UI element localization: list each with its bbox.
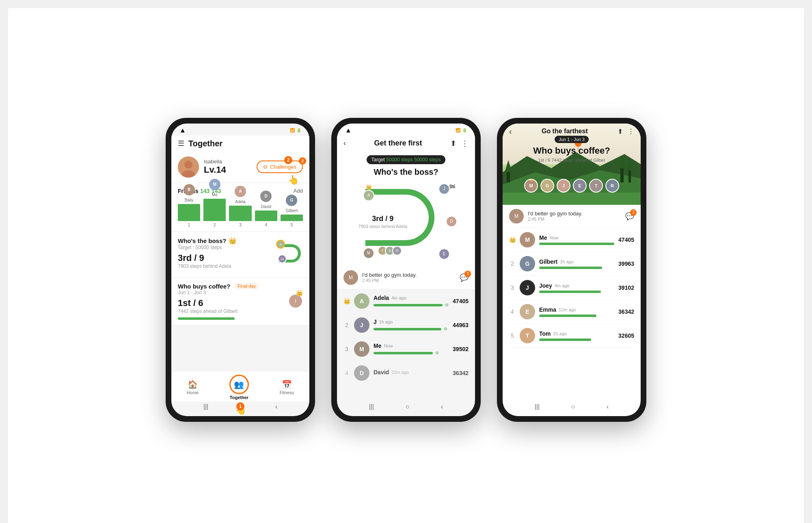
david-rank: 4 [265, 223, 267, 227]
lb-avatar-david-2: D [354, 365, 369, 381]
lp-avatar-6: R [605, 179, 619, 193]
sys-home-2[interactable]: ○ [406, 403, 410, 410]
nav-together[interactable]: 👥 Together [229, 375, 249, 400]
settings-icon-adela: ⚙ [445, 303, 449, 307]
lb-time-gilbert-3: 1h ago [560, 259, 574, 264]
lb-avatar-j: J [354, 317, 369, 333]
lb-item-david-2: 4 D David 22m ago 36342 [343, 361, 469, 385]
lb-info-me-2: Me Now ⚙ [374, 343, 449, 355]
sys-menu-2[interactable]: ||| [369, 403, 374, 410]
lb-steps-gilbert-3: 39963 [618, 260, 634, 267]
lb-info-j: J 1h ago ⚙ [374, 319, 449, 331]
challenge-1-detail: 7903 steps behind Adela [178, 263, 237, 269]
lb-info-adela: Adela 4m ago ⚙ [374, 295, 449, 307]
mini-track-me-avatar: M [278, 254, 287, 263]
lb-rank-tom: 5 [509, 332, 516, 339]
challenge-card-1[interactable]: Who's the boss? 👑 Target : 50000 steps 3… [171, 232, 309, 277]
phone-1-screen: ▲ 📶 🔋 ☰ Together [171, 124, 309, 416]
gilbert-name: Gilbert [286, 208, 298, 213]
target-badge: Target 50000 steps 50000 steps [367, 155, 446, 164]
challenge-1-name: Who's the boss? [178, 237, 226, 244]
me-name: Me [212, 193, 218, 197]
lb-rank-emma: 4 [509, 308, 516, 315]
crown-icon-1: 👑 [229, 237, 237, 245]
lb-avatar-emma-3: E [520, 304, 535, 319]
share-icon-2[interactable]: ⬆ [450, 139, 456, 148]
bar-item-gilbert: G Gilbert 5 [281, 195, 303, 227]
lb-bar-row-adela: ⚙ [374, 303, 449, 307]
chat-icon-2[interactable]: 💬 3 [460, 273, 469, 282]
challenges-button[interactable]: ⊖ Challenges [257, 161, 303, 173]
target-steps: 50000 steps [386, 157, 412, 163]
system-nav-3: ||| ○ ‹ [503, 401, 641, 413]
challenge-1-info: Who's the boss? 👑 Target : 50000 steps 3… [178, 237, 237, 272]
lb-steps-j: 44963 [453, 322, 469, 328]
lb-avatar-adela: A [354, 293, 369, 309]
adela-avatar: A [235, 186, 246, 197]
signal-icon-2: ▲ [345, 127, 352, 134]
p2-title: Get there first [374, 139, 422, 148]
lb-info-tom-3: Tom 2h ago [539, 330, 614, 341]
user-level: Lv.14 [204, 165, 226, 175]
lb-name-david-2: David [374, 369, 389, 375]
me-avatar: M [209, 179, 220, 190]
bar-item-david: D David 4 [255, 191, 277, 227]
sys-menu-3[interactable]: ||| [535, 403, 540, 410]
add-friends-label[interactable]: Add [294, 188, 303, 194]
lb-rank-3: 3 [343, 346, 350, 352]
lp-avatar-4: E [573, 179, 587, 193]
cursor-hand-1: 👆 [288, 175, 299, 185]
lb-name-me-3: Me [539, 234, 547, 241]
message-time-3: 2:45 PM [528, 217, 582, 221]
screenshot-container: ▲ 📶 🔋 ☰ Together [8, 8, 804, 523]
sys-back-2[interactable]: ‹ [441, 403, 443, 410]
home-icon: 🏠 [188, 380, 198, 389]
lb-item-joey-3: 3 J Joey 4m ago 39102 [509, 276, 634, 300]
nav-home[interactable]: 🏠 Home [187, 380, 199, 395]
home-label: Home [187, 390, 199, 395]
lb-bar-joey-3 [539, 291, 601, 293]
back-button-2[interactable]: ‹ [343, 139, 346, 148]
chat-icon-3[interactable]: 💬 3 [625, 212, 634, 221]
back-button-3[interactable]: ‹ [509, 127, 512, 136]
challenge-1-name-row: Who's the boss? 👑 [178, 237, 237, 245]
lb-name-me-2: Me [374, 343, 381, 349]
p3-challenge-title: Who buys coffee? [533, 145, 610, 156]
lb-name-row-tom-3: Tom 2h ago [539, 330, 614, 337]
race-behind-text: 7903 steps behind Adela [358, 224, 408, 228]
p1-header: ☰ Together [171, 136, 309, 152]
lb-steps-me-2: 39502 [453, 346, 469, 352]
u-track-container: 3rd / 9 7903 steps behind Adela 👑 A 🏁 J … [353, 181, 459, 262]
sys-menu-1[interactable]: ||| [203, 403, 208, 410]
filter-icon: ⊖ [263, 164, 268, 170]
adela-name: Adela [235, 200, 246, 204]
david-avatar: D [260, 191, 272, 202]
menu-icon[interactable]: ☰ [178, 139, 184, 148]
race-title-2: Who's the boss? [374, 167, 438, 177]
challenge-1-sub: Target : 50000 steps [178, 245, 237, 250]
sys-home-3[interactable]: ○ [571, 403, 575, 410]
me-avatar-track: M [363, 247, 374, 259]
lb-bar-row-joey-3 [539, 291, 614, 293]
leaderboard-2: 👑 A Adela 4m ago ⚙ 47405 [337, 289, 475, 385]
share-icon-3[interactable]: ⬆ [618, 128, 623, 135]
final-day-badge: Final day [234, 283, 259, 289]
sys-back-3[interactable]: ‹ [607, 403, 609, 410]
avatar-bottom-right: E [438, 248, 450, 260]
more-icon-3[interactable]: ⋮ [628, 128, 634, 135]
sys-back-1[interactable]: ‹ [275, 403, 277, 410]
more-icon-2[interactable]: ⋮ [461, 139, 469, 148]
fitness-icon: 📅 [282, 380, 292, 389]
together-label: Together [230, 395, 248, 400]
adela-rank: 3 [239, 223, 242, 227]
challenge-card-2[interactable]: Who buys coffee? Final day Jun 1 - Jun 3… [171, 278, 309, 325]
lb-name-row-me-2: Me Now [374, 343, 449, 349]
gilbert-avatar: G [286, 195, 297, 206]
david-bar [255, 211, 277, 221]
nav-fitness[interactable]: 📅 Fitness [280, 380, 294, 395]
p3-actions: ⬆ ⋮ [618, 128, 634, 135]
settings-icon-me-2: ⚙ [435, 351, 439, 355]
p3-overlay-info: Jun 1 - Jun 3 Who buys coffee? 1st / 6 7… [503, 136, 641, 163]
lb-info-david-2: David 22m ago [374, 369, 449, 377]
gilbert-rank: 5 [291, 223, 293, 227]
